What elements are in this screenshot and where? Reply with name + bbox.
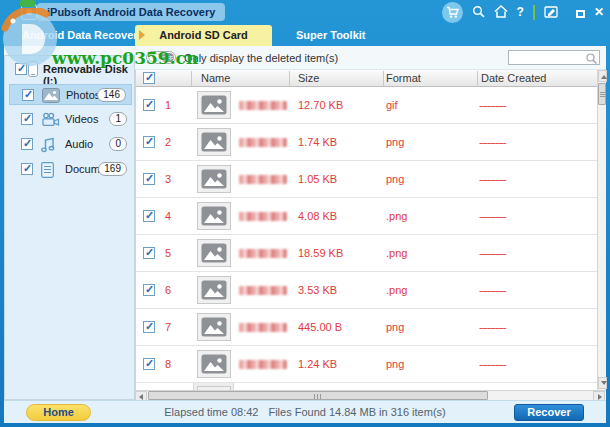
watermark-text: www.pc0359.cn bbox=[52, 48, 198, 68]
sidebar-item-photos[interactable]: Photos146 bbox=[9, 84, 132, 105]
cell-date-created: ---------- bbox=[479, 358, 506, 370]
row-checkbox[interactable] bbox=[143, 247, 155, 259]
select-all-checkbox[interactable] bbox=[143, 72, 155, 84]
cell-format: gif bbox=[386, 99, 398, 111]
cell-size: 445.00 B bbox=[298, 321, 342, 333]
category-count-badge: 169 bbox=[98, 162, 127, 176]
sidebar-item-videos[interactable]: Videos1 bbox=[9, 109, 132, 130]
vertical-scroll-thumb[interactable] bbox=[598, 83, 606, 105]
window-title: iPubsoft Android Data Recovery bbox=[37, 3, 225, 21]
table-row[interactable]: 44.08 KB.png---------- bbox=[136, 198, 597, 235]
horizontal-scroll-thumb[interactable] bbox=[148, 391, 488, 400]
file-table: Name Size Format Date Created 112.70 KBg… bbox=[135, 70, 597, 390]
redacted-filename bbox=[239, 360, 287, 369]
scroll-up-button[interactable] bbox=[598, 70, 607, 82]
titlebar: iPubsoft Android Data Recovery ? ✕ bbox=[0, 0, 610, 25]
col-size[interactable]: Size bbox=[298, 72, 319, 84]
category-label: Videos bbox=[65, 113, 98, 125]
row-checkbox[interactable] bbox=[143, 284, 155, 296]
status-bar: Home Elapsed time 08:42 Files Found 14.8… bbox=[4, 400, 606, 423]
table-row[interactable]: 518.59 KB.png---------- bbox=[136, 235, 597, 272]
row-checkbox[interactable] bbox=[143, 210, 155, 222]
table-row[interactable]: 21.74 KBpng---------- bbox=[136, 124, 597, 161]
col-name[interactable]: Name bbox=[201, 72, 230, 84]
image-thumbnail-icon bbox=[197, 128, 231, 156]
filter-label: Only display the deleted item(s) bbox=[184, 52, 338, 64]
scroll-down-button[interactable] bbox=[598, 377, 607, 389]
row-number: 4 bbox=[165, 210, 171, 222]
col-format[interactable]: Format bbox=[386, 72, 421, 84]
search-icon[interactable] bbox=[472, 4, 485, 22]
row-checkbox[interactable] bbox=[143, 358, 155, 370]
cell-format: .png bbox=[386, 247, 407, 259]
category-label: Photos bbox=[66, 89, 100, 101]
cell-date-created: ---------- bbox=[479, 136, 506, 148]
sidebar-item-documents[interactable]: Documents169 bbox=[9, 159, 132, 180]
horizontal-scrollbar[interactable] bbox=[135, 390, 606, 400]
image-thumbnail-icon bbox=[197, 276, 231, 304]
table-row[interactable]: 63.53 KB.png---------- bbox=[136, 272, 597, 309]
sidebar-item-audio[interactable]: Audio0 bbox=[9, 134, 132, 155]
search-field-icon bbox=[585, 52, 598, 65]
vertical-scrollbar[interactable] bbox=[597, 70, 606, 390]
close-icon[interactable]: ✕ bbox=[594, 0, 604, 25]
recover-button[interactable]: Recover bbox=[514, 404, 584, 421]
category-checkbox[interactable] bbox=[21, 113, 33, 125]
cell-date-created: ---------- bbox=[479, 173, 506, 185]
main-panel: OFF Only display the deleted item(s) Rem… bbox=[4, 46, 606, 423]
search-input[interactable] bbox=[511, 51, 585, 64]
row-number: 3 bbox=[165, 173, 171, 185]
cell-size: 4.08 KB bbox=[298, 210, 337, 222]
redacted-filename bbox=[239, 138, 287, 147]
redacted-filename bbox=[239, 323, 287, 332]
sidebar: Removable Disk (I:) Photos146Videos1Audi… bbox=[4, 55, 135, 400]
image-thumbnail-icon bbox=[197, 350, 231, 378]
corner-tag bbox=[20, 0, 35, 7]
cell-format: png bbox=[386, 321, 404, 333]
files-found-text: Files Found 14.84 MB in 316 item(s) bbox=[268, 406, 445, 418]
table-row[interactable]: 81.24 KBpng---------- bbox=[136, 346, 597, 383]
row-number: 7 bbox=[165, 321, 171, 333]
row-checkbox[interactable] bbox=[143, 321, 155, 333]
table-row[interactable]: 112.70 KBgif---------- bbox=[136, 87, 597, 124]
column-separator bbox=[383, 71, 384, 86]
column-separator bbox=[191, 71, 192, 86]
category-count-badge: 1 bbox=[109, 112, 127, 126]
cell-size: 3.53 KB bbox=[298, 284, 337, 296]
tab-android-sd-card-recovery[interactable]: Android SD Card Recovery bbox=[135, 25, 272, 46]
audio-icon bbox=[41, 137, 55, 157]
feedback-icon[interactable] bbox=[544, 4, 558, 22]
search-box[interactable] bbox=[508, 50, 600, 65]
row-checkbox[interactable] bbox=[143, 136, 155, 148]
titlebar-divider bbox=[533, 5, 535, 20]
home-button[interactable]: Home bbox=[26, 404, 91, 421]
table-row[interactable]: 7445.00 Bpng---------- bbox=[136, 309, 597, 346]
cell-size: 1.24 KB bbox=[298, 358, 337, 370]
category-count-badge: 0 bbox=[109, 137, 127, 151]
cell-size: 1.74 KB bbox=[298, 136, 337, 148]
category-checkbox[interactable] bbox=[22, 89, 34, 101]
row-checkbox[interactable] bbox=[143, 99, 155, 111]
column-separator bbox=[477, 71, 478, 86]
help-icon[interactable]: ? bbox=[517, 0, 524, 25]
tab-chevron-icon bbox=[139, 30, 145, 40]
row-number: 6 bbox=[165, 284, 171, 296]
tab-super-toolkit[interactable]: Super Toolkit bbox=[296, 25, 365, 46]
documents-icon bbox=[41, 162, 54, 182]
app-window: iPubsoft Android Data Recovery ? ✕ Andro… bbox=[0, 0, 610, 427]
cell-date-created: ---------- bbox=[479, 321, 506, 333]
row-number: 1 bbox=[165, 99, 171, 111]
videos-icon bbox=[41, 112, 60, 131]
photos-icon bbox=[42, 88, 60, 107]
row-number: 5 bbox=[165, 247, 171, 259]
table-row[interactable]: 31.05 KBpng---------- bbox=[136, 161, 597, 198]
row-checkbox[interactable] bbox=[143, 173, 155, 185]
elapsed-time-text: Elapsed time 08:42 bbox=[164, 406, 258, 418]
row-number: 2 bbox=[165, 136, 171, 148]
col-date-created[interactable]: Date Created bbox=[481, 72, 546, 84]
cart-icon[interactable] bbox=[442, 2, 463, 23]
category-checkbox[interactable] bbox=[21, 163, 33, 175]
home-icon[interactable] bbox=[494, 4, 508, 22]
category-checkbox[interactable] bbox=[21, 138, 33, 150]
maximize-icon[interactable] bbox=[576, 4, 585, 22]
